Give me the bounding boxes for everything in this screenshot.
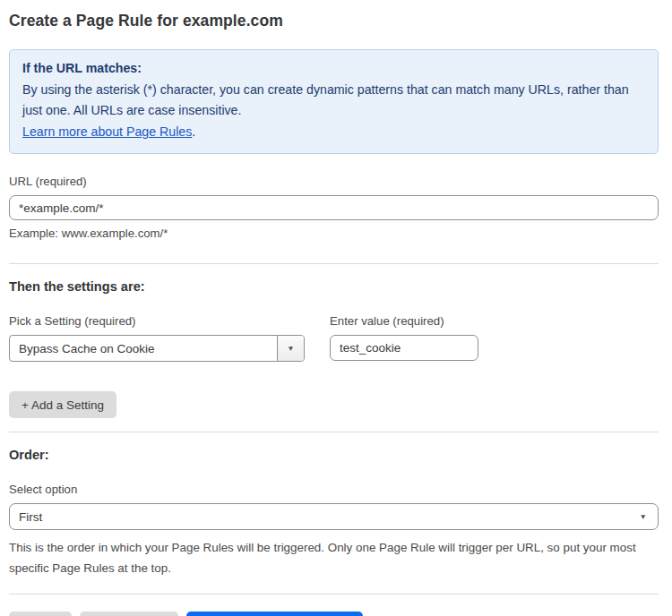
footer-actions: Cancel Save as Draft Save and Deploy Pag… (9, 612, 659, 616)
order-help-text: This is the order in which your Page Rul… (9, 537, 659, 578)
add-setting-button[interactable]: + Add a Setting (9, 391, 116, 418)
divider (9, 263, 659, 264)
url-example-hint: Example: www.example.com/* (9, 227, 659, 240)
info-box-link-line: Learn more about Page Rules. (22, 122, 645, 142)
page-title: Create a Page Rule for example.com (9, 12, 659, 30)
save-draft-button[interactable]: Save as Draft (80, 612, 178, 616)
divider (9, 432, 659, 432)
learn-more-link[interactable]: Learn more about Page Rules (22, 124, 192, 139)
enter-value-column: Enter value (required) (330, 299, 478, 361)
save-deploy-button[interactable]: Save and Deploy Page Rule (186, 612, 364, 616)
link-suffix: . (192, 124, 195, 139)
pick-setting-label: Pick a Setting (required) (9, 314, 305, 328)
settings-row: Pick a Setting (required) Bypass Cache o… (9, 294, 659, 362)
chevron-down-icon: ▼ (640, 513, 647, 521)
setting-select-value: Bypass Cache on Cookie (10, 336, 277, 361)
setting-select-arrow-button[interactable]: ▼ (277, 336, 304, 361)
settings-section-heading: Then the settings are: (9, 279, 659, 294)
chevron-down-icon: ▼ (287, 345, 294, 353)
cancel-button[interactable]: Cancel (9, 612, 72, 616)
order-select[interactable]: First ▼ (9, 503, 659, 530)
url-match-info-box: If the URL matches: By using the asteris… (9, 49, 659, 154)
url-label: URL (required) (9, 175, 659, 188)
setting-value-input[interactable] (330, 335, 478, 361)
url-input[interactable] (9, 195, 659, 220)
page-rule-form: Create a Page Rule for example.com If th… (0, 0, 672, 616)
info-box-heading: If the URL matches: (22, 58, 645, 79)
pick-setting-column: Pick a Setting (required) Bypass Cache o… (9, 294, 305, 362)
divider (9, 594, 659, 595)
setting-select[interactable]: Bypass Cache on Cookie ▼ (9, 335, 305, 362)
order-select-value: First (19, 510, 42, 524)
enter-value-label: Enter value (required) (330, 314, 478, 328)
order-select-label: Select option (9, 483, 659, 496)
order-section-heading: Order: (9, 448, 659, 462)
info-box-body: By using the asterisk (*) character, you… (22, 80, 645, 121)
